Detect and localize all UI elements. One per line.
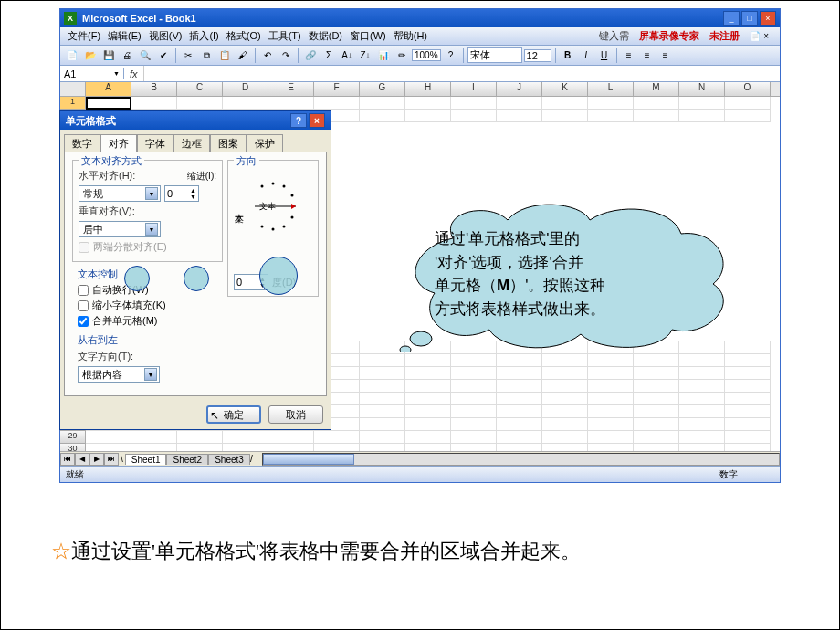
cell[interactable] <box>634 393 679 405</box>
cell[interactable] <box>451 354 497 367</box>
horizontal-scrollbar[interactable] <box>262 453 780 466</box>
indent-spinner[interactable]: 0 ▲▼ <box>164 185 199 202</box>
cell[interactable] <box>131 431 177 444</box>
col-M[interactable]: M <box>634 82 679 96</box>
tab-next-icon[interactable]: ▶ <box>89 453 104 466</box>
menu-tools[interactable]: 工具(T) <box>265 29 305 43</box>
cell-A1[interactable] <box>86 97 131 110</box>
cell[interactable] <box>679 110 725 122</box>
sheet-tab-1[interactable]: Sheet1 <box>125 454 167 465</box>
col-F[interactable]: F <box>314 82 360 96</box>
fx-icon[interactable]: fx <box>124 68 143 79</box>
tab-prev-icon[interactable]: ◀ <box>75 453 89 466</box>
cell[interactable] <box>634 354 679 367</box>
cell[interactable] <box>268 431 314 444</box>
align-center-icon[interactable]: ≡ <box>639 47 656 64</box>
cell[interactable] <box>497 97 542 110</box>
cell[interactable] <box>360 393 405 405</box>
menu-edit[interactable]: 编辑(E) <box>104 29 145 43</box>
cell[interactable] <box>497 405 542 418</box>
cell[interactable] <box>451 97 497 110</box>
cell[interactable] <box>497 354 542 367</box>
dialog-titlebar[interactable]: 单元格格式 ? × <box>60 111 331 130</box>
help-icon[interactable]: ? <box>443 47 459 64</box>
cell[interactable] <box>497 431 542 444</box>
cell[interactable] <box>679 405 725 418</box>
cell[interactable] <box>542 418 588 431</box>
cell[interactable] <box>634 405 679 418</box>
cell[interactable] <box>405 380 451 393</box>
cell[interactable] <box>497 418 542 431</box>
cell[interactable] <box>588 393 634 405</box>
cell[interactable] <box>360 431 405 444</box>
cell[interactable] <box>405 405 451 418</box>
cell[interactable] <box>497 110 542 122</box>
col-G[interactable]: G <box>360 82 405 96</box>
cell[interactable] <box>542 405 588 418</box>
cell[interactable] <box>634 380 679 393</box>
cell[interactable] <box>679 380 725 393</box>
sheet-tab-2[interactable]: Sheet2 <box>166 454 208 465</box>
cell[interactable] <box>725 97 771 110</box>
cell[interactable] <box>360 380 405 393</box>
cell[interactable] <box>679 367 725 380</box>
tab-font[interactable]: 字体 <box>137 134 173 152</box>
save-icon[interactable]: 💾 <box>100 47 117 64</box>
sheet-tab-3[interactable]: Sheet3 <box>208 454 250 465</box>
cell[interactable] <box>405 431 451 444</box>
cell[interactable] <box>268 97 314 110</box>
drawing-icon[interactable]: ✏ <box>394 47 410 64</box>
paste-icon[interactable]: 📋 <box>216 47 233 64</box>
namebox-dropdown-icon[interactable]: ▼ <box>113 70 120 77</box>
cell[interactable] <box>177 97 223 110</box>
cell[interactable] <box>588 354 634 367</box>
cell[interactable] <box>497 367 542 380</box>
cell[interactable] <box>360 367 405 380</box>
cell[interactable] <box>223 431 268 444</box>
menu-format[interactable]: 格式(O) <box>223 29 265 43</box>
tab-border[interactable]: 边框 <box>173 134 210 152</box>
tab-alignment[interactable]: 对齐 <box>100 134 137 152</box>
menu-window[interactable]: 窗口(W) <box>346 29 390 43</box>
cell[interactable] <box>725 393 771 405</box>
menu-help[interactable]: 帮助(H) <box>390 29 431 43</box>
fontsize-combo[interactable]: 12 <box>524 49 551 62</box>
tab-number[interactable]: 数字 <box>64 134 100 152</box>
cell[interactable] <box>223 97 268 110</box>
cell[interactable] <box>679 97 725 110</box>
h-align-combo[interactable]: 常规 ▼ <box>79 185 161 202</box>
select-all-corner[interactable] <box>60 82 86 96</box>
chart-icon[interactable]: 📊 <box>375 47 392 64</box>
cell[interactable] <box>177 431 223 444</box>
cell[interactable] <box>588 405 634 418</box>
v-align-combo[interactable]: 居中 ▼ <box>79 221 161 237</box>
menu-view[interactable]: 视图(V) <box>145 29 186 43</box>
cell[interactable] <box>497 393 542 405</box>
cell[interactable] <box>634 418 679 431</box>
cell[interactable] <box>588 110 634 122</box>
tab-first-icon[interactable]: ⏮ <box>60 453 75 466</box>
col-O[interactable]: O <box>725 82 771 96</box>
col-J[interactable]: J <box>497 82 542 96</box>
cell[interactable] <box>634 367 679 380</box>
cell[interactable] <box>314 97 360 110</box>
cell[interactable] <box>634 110 679 122</box>
cell[interactable] <box>405 393 451 405</box>
cell[interactable] <box>451 367 497 380</box>
cell[interactable] <box>679 393 725 405</box>
dialog-close-button[interactable]: × <box>309 113 325 128</box>
preview-icon[interactable]: 🔍 <box>137 47 153 64</box>
cell[interactable] <box>725 405 771 418</box>
formula-input[interactable] <box>143 66 780 81</box>
cell[interactable] <box>542 367 588 380</box>
cell[interactable] <box>360 110 405 122</box>
cell[interactable] <box>725 354 771 367</box>
print-icon[interactable]: 🖨 <box>119 47 135 64</box>
menu-file[interactable]: 文件(F) <box>64 29 104 43</box>
col-A[interactable]: A <box>86 82 131 96</box>
cell[interactable] <box>451 393 497 405</box>
bold-icon[interactable]: B <box>560 47 576 64</box>
cell[interactable] <box>542 110 588 122</box>
maximize-button[interactable]: □ <box>741 11 758 26</box>
cell[interactable] <box>360 354 405 367</box>
